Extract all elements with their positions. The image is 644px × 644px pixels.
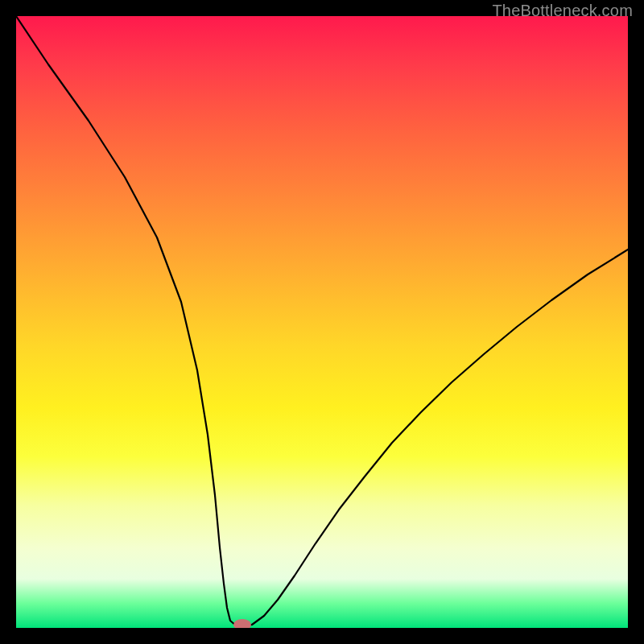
min-marker (233, 619, 251, 628)
plot-area (16, 16, 628, 628)
chart-frame: TheBottleneck.com (0, 0, 644, 644)
chart-svg (16, 16, 628, 628)
watermark-label: TheBottleneck.com (492, 2, 633, 20)
bottleneck-curve (16, 16, 628, 626)
